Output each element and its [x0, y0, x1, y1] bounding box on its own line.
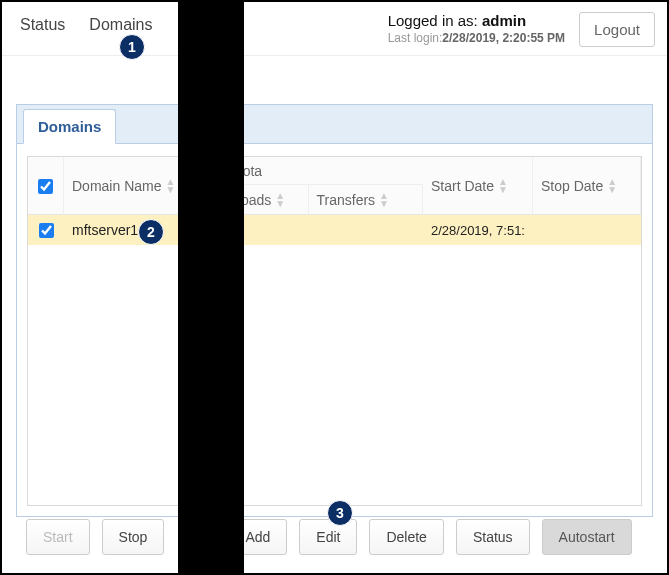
delete-button[interactable]: Delete — [369, 519, 443, 555]
app-frame: Status Domains Logged in as: admin Last … — [0, 0, 669, 575]
logout-button[interactable]: Logout — [579, 12, 655, 47]
nav-domains[interactable]: Domains — [89, 16, 152, 34]
domains-panel: Domains Domain Name ▲▼ Quota — [16, 104, 653, 517]
login-info: Logged in as: admin Last login:2/28/2019… — [388, 12, 565, 45]
grid-header: Domain Name ▲▼ Quota Downloads ▲▼ — [28, 157, 641, 215]
table-row[interactable]: mftserver1 2/28/2019, 7:51: — [28, 215, 641, 245]
select-all-checkbox[interactable] — [38, 179, 53, 194]
col-stop-date-label: Stop Date — [541, 178, 603, 194]
sort-icon: ▲▼ — [165, 178, 175, 194]
sort-icon: ▲▼ — [607, 178, 617, 194]
logged-in-user: admin — [482, 12, 526, 29]
sort-icon: ▲▼ — [379, 192, 389, 208]
header-checkbox-cell — [28, 157, 64, 215]
callout-badge-3: 3 — [327, 500, 353, 526]
tab-row: Domains — [17, 105, 652, 144]
main-nav: Status Domains — [20, 12, 153, 34]
callout-badge-2: 2 — [138, 219, 164, 245]
col-domain-name[interactable]: Domain Name ▲▼ — [64, 157, 194, 215]
torn-edge-icon — [178, 2, 244, 573]
torn-edge-overlay — [178, 2, 244, 573]
row-stop-date — [533, 215, 641, 245]
start-button[interactable]: Start — [26, 519, 90, 555]
edit-button[interactable]: Edit — [299, 519, 357, 555]
col-start-date[interactable]: Start Date ▲▼ — [423, 157, 533, 215]
grid-wrap: Domain Name ▲▼ Quota Downloads ▲▼ — [17, 144, 652, 516]
logged-in-label: Logged in as: — [388, 12, 482, 29]
row-start-date: 2/28/2019, 7:51: — [423, 215, 533, 245]
top-bar: Status Domains Logged in as: admin Last … — [2, 2, 667, 56]
stop-button[interactable]: Stop — [102, 519, 165, 555]
tab-domains[interactable]: Domains — [23, 109, 116, 144]
autostart-button[interactable]: Autostart — [542, 519, 632, 555]
col-transfers[interactable]: Transfers ▲▼ — [309, 185, 424, 215]
callout-badge-1: 1 — [119, 34, 145, 60]
col-transfers-label: Transfers — [317, 192, 376, 208]
nav-status[interactable]: Status — [20, 16, 65, 34]
col-start-date-label: Start Date — [431, 178, 494, 194]
row-checkbox-cell — [28, 215, 64, 245]
sort-icon: ▲▼ — [275, 192, 285, 208]
last-login-time: 2/28/2019, 2:20:55 PM — [442, 31, 565, 45]
domains-grid: Domain Name ▲▼ Quota Downloads ▲▼ — [27, 156, 642, 506]
row-checkbox[interactable] — [39, 223, 54, 238]
col-stop-date[interactable]: Stop Date ▲▼ — [533, 157, 641, 215]
row-domain-name: mftserver1 — [64, 215, 194, 245]
col-domain-name-label: Domain Name — [72, 178, 161, 194]
sort-icon: ▲▼ — [498, 178, 508, 194]
last-login-label: Last login: — [388, 31, 443, 45]
status-button[interactable]: Status — [456, 519, 530, 555]
